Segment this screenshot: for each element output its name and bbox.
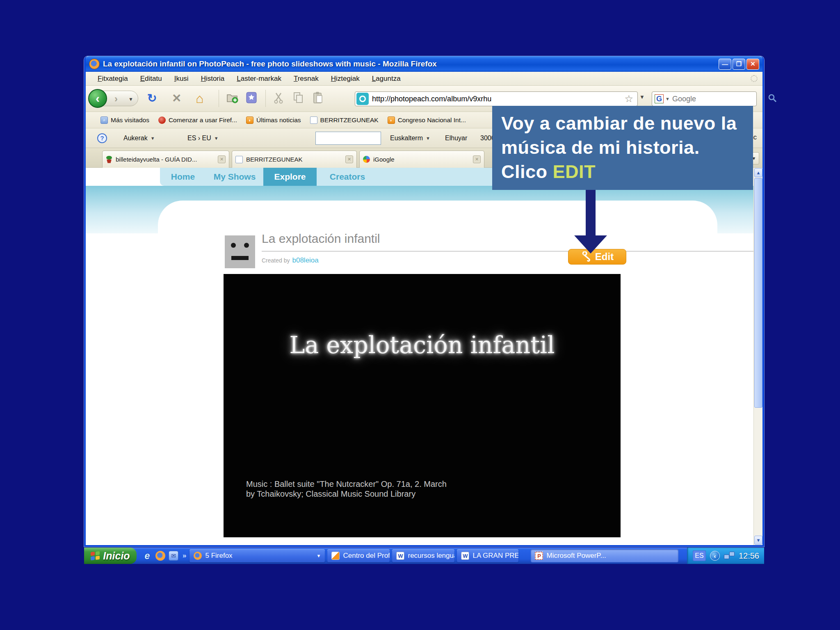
search-input[interactable] — [672, 95, 767, 103]
nav-creators[interactable]: Creators — [317, 168, 378, 186]
elhuyar-button[interactable]: Elhuyar — [445, 128, 467, 148]
bookmark-berritzeguneak[interactable]: BERRITZEGUNEAK — [308, 116, 381, 124]
creator-avatar — [225, 235, 255, 268]
menu-tools[interactable]: Tresnak — [288, 75, 325, 83]
taskbar-clock: 12:56 — [739, 551, 759, 561]
menu-bookmarks[interactable]: Laster-markak — [231, 75, 288, 83]
search-magnifier-icon[interactable] — [767, 93, 777, 105]
search-bar: G ▼ — [652, 91, 757, 106]
throbber-icon — [751, 75, 758, 82]
url-dropdown-icon[interactable]: ▼ — [639, 94, 645, 100]
tab-berritzeguneak[interactable]: BERRITZEGUNEAK ✕ — [232, 151, 357, 168]
google-engine-icon[interactable]: G — [655, 94, 664, 103]
back-button[interactable]: ‹ — [88, 89, 107, 108]
nav-my-shows[interactable]: My Shows — [206, 168, 263, 186]
minimize-button[interactable]: — — [719, 59, 731, 70]
cut-button[interactable] — [273, 91, 284, 107]
bookmark-latest-news[interactable]: ◗ Últimas noticias — [244, 116, 304, 124]
scrollbar-thumb[interactable] — [754, 178, 762, 408]
euskalbar-options-button[interactable]: Aukerak▼ — [123, 128, 155, 148]
bookmark-this-star-icon[interactable]: ☆ — [624, 93, 633, 105]
bookmark-getting-started[interactable]: Comenzar a usar Firef... — [156, 116, 240, 124]
url-bar: ☆ — [355, 91, 638, 106]
taskbar-button-lagran[interactable]: W LA GRAN PREGU... — [457, 549, 518, 562]
engine-dropdown-icon[interactable]: ▼ — [665, 96, 670, 101]
nav-home[interactable]: Home — [160, 168, 206, 186]
home-button[interactable]: ⌂ — [196, 91, 203, 105]
firefox-red-icon — [158, 116, 166, 124]
plant-icon — [106, 156, 112, 163]
network-icon[interactable] — [724, 551, 735, 560]
vertical-scrollbar[interactable]: ▲ ▼ — [753, 168, 762, 545]
reload-button[interactable]: ↻ — [147, 91, 157, 105]
slideshow-player[interactable]: La explotación infantil Music : Ballet s… — [224, 274, 621, 537]
system-tray: ES ‹ 12:56 — [687, 548, 764, 564]
bookmark-most-visited[interactable]: ⌕ Más visitados — [98, 116, 152, 124]
page-icon — [235, 156, 243, 163]
menu-edit[interactable]: Editatu — [134, 75, 168, 83]
title-bar[interactable]: La explotación infantil on PhotoPeach - … — [86, 56, 762, 72]
menu-dictionaries[interactable]: Hiztegiak — [325, 75, 366, 83]
taskbar-button-centro[interactable]: Centro del Profes... — [327, 549, 390, 562]
copy-button[interactable] — [292, 91, 304, 107]
creator-link[interactable]: b08leioa — [292, 256, 318, 264]
firefox-icon — [194, 552, 202, 560]
menu-file[interactable]: Fitxategia — [91, 75, 134, 83]
bookmark-congreso[interactable]: ◗ Congreso Nacional Int... — [385, 116, 468, 124]
photopeach-content-panel — [158, 201, 717, 237]
group-dropdown-icon: ▼ — [317, 553, 321, 558]
paste-button[interactable] — [312, 91, 324, 107]
taskbar-button-firefox-group[interactable]: 5 Firefox ▼ — [189, 549, 325, 562]
page-content: Home My Shows Explore Creators La explot… — [86, 168, 762, 545]
language-indicator[interactable]: ES — [693, 550, 706, 561]
app-icon — [331, 552, 340, 560]
music-credit: Music : Ballet suite "The Nutcracker" Op… — [246, 479, 447, 499]
bookmark-star-button[interactable] — [246, 91, 257, 107]
internet-explorer-icon[interactable]: e — [142, 551, 152, 561]
language-pair-button[interactable]: ES › EU▼ — [187, 128, 219, 148]
annotation-callout: Voy a cambiar de nuevo la música de mi h… — [492, 106, 753, 190]
firefox-quicklaunch-icon[interactable] — [155, 551, 165, 561]
nav-explore[interactable]: Explore — [263, 168, 317, 186]
quick-launch-more-icon[interactable]: » — [183, 552, 186, 560]
google-icon — [363, 156, 370, 163]
menu-help[interactable]: Laguntza — [366, 75, 407, 83]
slide-title: La explotación infantil — [224, 331, 621, 358]
taskbar-button-recursos[interactable]: W recursos lengua -... — [392, 549, 454, 562]
close-button[interactable]: ✕ — [746, 59, 759, 70]
taskbar-button-powerpoint[interactable]: P Microsoft PowerP... — [531, 549, 678, 562]
photopeach-favicon — [356, 93, 369, 105]
quick-launch: e ✉ » — [142, 551, 186, 561]
stop-button[interactable]: ✕ — [172, 91, 181, 105]
euskalterm-button[interactable]: Euskalterm▼ — [390, 128, 430, 148]
history-dropdown-icon[interactable]: ▼ — [128, 96, 133, 102]
folder-search-icon: ⌕ — [100, 116, 108, 124]
messenger-icon[interactable]: ✉ — [169, 551, 178, 561]
menu-bar: Fitxategia Editatu Ikusi Historia Laster… — [86, 72, 762, 86]
tab-igoogle[interactable]: iGoogle ✕ — [359, 151, 484, 168]
chevron-down-icon: ▼ — [426, 136, 430, 141]
scroll-up-icon[interactable]: ▲ — [754, 168, 762, 177]
menu-view[interactable]: Ikusi — [168, 75, 195, 83]
toolbar-separator — [219, 90, 219, 107]
tab-close-icon[interactable]: ✕ — [473, 155, 481, 163]
forward-arrow-icon: › — [114, 93, 118, 105]
annotation-highlight: EDIT — [553, 161, 596, 182]
tab-billeteidayvuelta[interactable]: billeteidayvuelta - GUÍA DID... ✕ — [102, 151, 229, 168]
menu-history[interactable]: Historia — [195, 75, 231, 83]
scroll-down-icon[interactable]: ▼ — [754, 536, 762, 545]
euskalbar-search-input[interactable] — [315, 132, 381, 145]
start-button[interactable]: Inicio — [84, 548, 137, 564]
chevron-down-icon: ▼ — [214, 136, 219, 141]
divider — [262, 251, 754, 251]
url-input[interactable] — [372, 95, 624, 103]
euskalbar-help-button[interactable]: ? — [97, 128, 107, 148]
hide-icons-chevron-icon[interactable]: ‹ — [710, 551, 720, 561]
tab-close-icon[interactable]: ✕ — [218, 155, 226, 163]
chevron-down-icon: ▼ — [151, 136, 155, 141]
annotation-arrow — [586, 190, 596, 236]
maximize-button[interactable]: ❒ — [733, 59, 745, 70]
page-icon — [310, 116, 317, 124]
new-folder-button[interactable] — [226, 91, 238, 107]
tab-close-icon[interactable]: ✕ — [345, 155, 353, 163]
